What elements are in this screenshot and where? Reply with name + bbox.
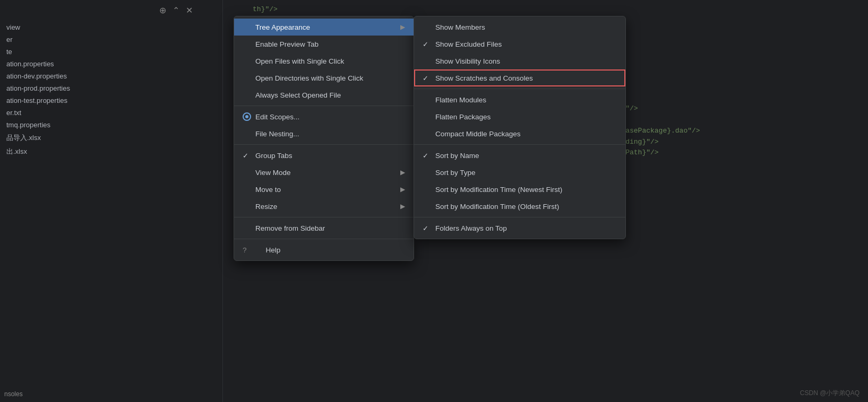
sidebar-item[interactable]: 出.xlsx: [0, 145, 222, 159]
menu-item-label: Always Select Opened File: [255, 91, 341, 99]
checkmark: ✓: [423, 224, 431, 232]
menu-item-label: Edit Scopes...: [255, 113, 299, 121]
menu-item-label: File Nesting...: [255, 130, 299, 138]
checkmark: ✓: [423, 152, 431, 160]
submenu-arrow-icon: ▶: [400, 203, 405, 210]
submenu-separator: [414, 89, 625, 89]
menu-item-label: Remove from Sidebar: [255, 224, 325, 232]
close-icon[interactable]: ✕: [186, 5, 193, 15]
submenu-item-show-excluded[interactable]: ✓Show Excluded Files: [414, 36, 625, 53]
menu-item-label: Resize: [255, 203, 277, 211]
watermark: CSDN @小学弟QAQ: [800, 389, 860, 398]
menu-separator: [234, 144, 414, 145]
menu-item-open-dirs-single[interactable]: Open Directories with Single Click: [234, 69, 414, 86]
sidebar-item[interactable]: ation-dev.properties: [0, 70, 222, 82]
code-line: th}"/>: [231, 4, 860, 15]
submenu-item-label: Sort by Type: [435, 169, 476, 177]
sidebar-item[interactable]: ation-test.properties: [0, 94, 222, 107]
menu-separator: [234, 217, 414, 217]
submenu-item-label: Sort by Modification Time (Oldest First): [435, 203, 559, 211]
checkmark: ✓: [243, 152, 251, 160]
submenu-item-sort-mod-newest[interactable]: Sort by Modification Time (Newest First): [414, 181, 625, 198]
submenu-item-label: Flatten Packages: [435, 113, 491, 121]
sidebar-item[interactable]: tmq.properties: [0, 119, 222, 131]
submenu-item-label: Show Members: [435, 23, 485, 31]
menu-item-file-nesting[interactable]: File Nesting...: [234, 125, 414, 142]
menu-item-help[interactable]: ?Help: [234, 241, 414, 258]
submenu-item-show-members[interactable]: Show Members: [414, 19, 625, 36]
submenu-item-sort-name[interactable]: ✓Sort by Name: [414, 147, 625, 164]
submenu-item-label: Sort by Modification Time (Newest First): [435, 186, 562, 194]
menu-item-remove-sidebar[interactable]: Remove from Sidebar: [234, 220, 414, 237]
sidebar-bottom-label: nsoles: [4, 390, 23, 398]
submenu-item-show-visibility[interactable]: Show Visibility Icons: [414, 53, 625, 69]
right-submenu: Show Members✓Show Excluded FilesShow Vis…: [414, 16, 626, 239]
submenu-item-label: Show Visibility Icons: [435, 57, 500, 65]
menu-item-label: Enable Preview Tab: [255, 40, 319, 48]
menu-separator: [234, 106, 414, 106]
menu-item-label: Open Directories with Single Click: [255, 74, 363, 82]
menu-item-open-files-single[interactable]: Open Files with Single Click: [234, 53, 414, 69]
menu-item-label: Move to: [255, 186, 281, 194]
menu-item-tree-appearance[interactable]: Tree Appearance▶: [234, 19, 414, 36]
menu-item-enable-preview-tab[interactable]: Enable Preview Tab: [234, 36, 414, 53]
submenu-item-label: Compact Middle Packages: [435, 130, 521, 138]
submenu-item-sort-type[interactable]: Sort by Type: [414, 164, 625, 181]
sidebar-toolbar: ⊕ ⌃ ✕: [159, 5, 193, 15]
submenu-item-label: Show Excluded Files: [435, 40, 502, 48]
submenu-item-folders-top[interactable]: ✓Folders Always on Top: [414, 220, 625, 237]
submenu-item-sort-mod-oldest[interactable]: Sort by Modification Time (Oldest First): [414, 198, 625, 215]
scope-icon: [243, 112, 251, 121]
submenu-item-label: Flatten Modules: [435, 96, 486, 104]
menu-item-label: Tree Appearance: [255, 23, 310, 31]
checkmark: ✓: [423, 40, 431, 48]
menu-item-move-to[interactable]: Move to▶: [234, 181, 414, 198]
expand-icon[interactable]: ⌃: [173, 5, 179, 15]
sidebar-file-list: viewerteation.propertiesation-dev.proper…: [0, 21, 222, 159]
submenu-item-flatten-modules[interactable]: Flatten Modules: [414, 91, 625, 108]
line-number: [231, 4, 244, 15]
submenu-arrow-icon: ▶: [400, 169, 405, 176]
menu-separator: [234, 239, 414, 239]
context-menu-container: Tree Appearance▶Enable Preview TabOpen F…: [234, 16, 626, 261]
sidebar-item[interactable]: te: [0, 46, 222, 58]
submenu-arrow-icon: ▶: [400, 23, 405, 31]
menu-item-view-mode[interactable]: View Mode▶: [234, 164, 414, 181]
menu-item-always-select[interactable]: Always Select Opened File: [234, 86, 414, 103]
target-icon[interactable]: ⊕: [159, 5, 166, 15]
sidebar-item[interactable]: view: [0, 21, 222, 33]
question-mark: ?: [243, 246, 247, 254]
menu-item-label: Open Files with Single Click: [255, 57, 344, 65]
menu-item-label: Help: [266, 246, 281, 254]
sidebar-item[interactable]: er: [0, 33, 222, 46]
line-content: th}"/>: [253, 4, 278, 15]
checkmark: ✓: [423, 74, 431, 82]
menu-item-label: Group Tabs: [255, 152, 293, 160]
sidebar-item[interactable]: er.txt: [0, 107, 222, 119]
sidebar-item[interactable]: ation.properties: [0, 58, 222, 70]
sidebar-item[interactable]: ation-prod.properties: [0, 82, 222, 94]
menu-item-group-tabs[interactable]: ✓Group Tabs: [234, 147, 414, 164]
left-context-menu: Tree Appearance▶Enable Preview TabOpen F…: [234, 16, 414, 261]
menu-item-edit-scopes[interactable]: Edit Scopes...: [234, 108, 414, 125]
submenu-item-label: Show Scratches and Consoles: [435, 74, 533, 82]
submenu-item-flatten-packages[interactable]: Flatten Packages: [414, 108, 625, 125]
menu-item-resize[interactable]: Resize▶: [234, 198, 414, 215]
sidebar-item[interactable]: 品导入.xlsx: [0, 131, 222, 145]
submenu-item-label: Sort by Name: [435, 152, 479, 160]
sidebar: ⊕ ⌃ ✕ viewerteation.propertiesation-dev.…: [0, 0, 223, 402]
submenu-arrow-icon: ▶: [400, 186, 405, 193]
submenu-separator: [414, 144, 625, 145]
menu-item-label: View Mode: [255, 169, 291, 177]
submenu-item-label: Folders Always on Top: [435, 224, 507, 232]
submenu-item-compact-middle[interactable]: Compact Middle Packages: [414, 125, 625, 142]
submenu-item-show-scratches[interactable]: ✓Show Scratches and Consoles: [414, 69, 625, 86]
submenu-separator: [414, 217, 625, 217]
